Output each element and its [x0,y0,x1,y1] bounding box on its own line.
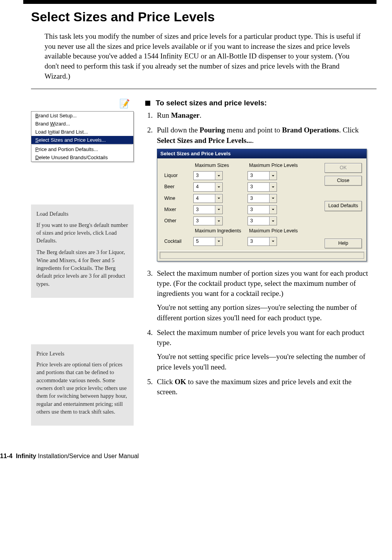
combo-mixer-sizes[interactable]: 3 [193,205,223,214]
steps-list: Run Manager. Pull down the Pouring menu … [155,110,373,397]
combo-cocktail-ingredients[interactable]: 5 [193,237,223,246]
combo-wine-levels[interactable]: 3 [248,194,277,203]
chevron-down-icon[interactable] [215,205,223,214]
chevron-down-icon[interactable] [215,182,223,191]
step-4-sub: You're not setting specific price levels… [157,352,373,372]
label-mixer: Mixer [164,206,193,213]
step-3: Select the maximum number of portion siz… [155,268,373,323]
col-head-ingredients: Maximum Ingredients [193,228,248,234]
combo-beer-levels[interactable]: 3 [248,182,277,191]
menu-item-delete-unused[interactable]: Delete Unused Brands/Cocktails [31,153,133,161]
step-5: Click OK to save the maximum sizes and p… [155,377,373,397]
step-1: Run Manager. [155,110,373,120]
col-head-levels: Maximum Price Levels [248,162,306,169]
intro-paragraph: This task lets you modify the number of … [45,31,365,81]
chevron-down-icon[interactable] [269,237,277,246]
row-beer: Beer 4 3 [164,182,319,191]
chevron-down-icon[interactable] [215,237,223,246]
menu-item-select-sizes-price-levels[interactable]: Select Sizes and Price Levels... [31,136,133,144]
col-head-levels-2: Maximum Price Levels [248,228,306,234]
sidebar-price-levels: Price Levels Price levels are optional t… [31,344,134,426]
chevron-down-icon[interactable] [269,171,277,180]
help-button[interactable]: Help [325,239,362,248]
step-2: Pull down the Pouring menu and point to … [155,125,373,261]
sidebar-title: Load Defaults [36,210,128,218]
label-cocktail: Cocktail [164,238,193,245]
row-cocktail: Cocktail 5 3 [164,237,319,246]
close-button[interactable]: Close [325,176,362,186]
chevron-down-icon[interactable] [215,216,223,225]
combo-cocktail-levels[interactable]: 3 [248,237,277,246]
menu-separator [32,144,132,145]
row-liquor: Liquor 3 3 [164,171,319,180]
combo-liquor-sizes[interactable]: 3 [193,171,223,180]
step-4: Select the maximum number of price level… [155,328,373,372]
chevron-down-icon[interactable] [269,205,277,214]
chevron-down-icon[interactable] [215,171,223,180]
row-wine: Wine 4 3 [164,194,319,203]
combo-wine-sizes[interactable]: 4 [193,194,223,203]
load-defaults-button[interactable]: Load Defaults [325,201,362,211]
combo-other-sizes[interactable]: 3 [193,216,223,225]
dialog-titlebar: Select Sizes and Price Levels [157,149,366,158]
label-other: Other [164,218,193,224]
chevron-down-icon[interactable] [269,216,277,225]
row-other: Other 3 3 [164,216,319,225]
combo-other-levels[interactable]: 3 [248,216,277,225]
dialog-statusbar [157,251,366,261]
label-liquor: Liquor [164,172,193,179]
page-title: Select Sizes and Price Levels [31,9,377,24]
ok-button[interactable]: OK [325,163,362,173]
label-wine: Wine [164,195,193,202]
menu-item-load-initial-brand-list[interactable]: Load Initial Brand List... [31,128,133,136]
page-footer: 11-4 Infinity Installation/Service and U… [0,453,377,460]
chevron-down-icon[interactable] [269,194,277,203]
label-beer: Beer [164,184,193,190]
combo-mixer-levels[interactable]: 3 [248,205,277,214]
sidebar-text: Price levels are optional tiers of price… [36,361,128,416]
menu-item-brand-wizard[interactable]: Brand Wizard... [31,120,133,128]
divider [31,89,377,89]
combo-beer-sizes[interactable]: 4 [193,182,223,191]
sidebar-text: If you want to use Berg's default number… [36,221,128,245]
menu-item-brand-list-setup[interactable]: Brand List Setup... [31,112,133,120]
dialog-select-sizes: Select Sizes and Price Levels Maximum Si… [157,149,367,261]
procedure-heading: To select sizes and price levels: [145,99,373,107]
chevron-down-icon[interactable] [269,182,277,191]
col-head-sizes: Maximum Sizes [193,162,248,169]
top-black-bar [23,0,377,4]
sidebar-load-defaults: Load Defaults If you want to use Berg's … [31,204,134,298]
dropdown-menu-screenshot: Brand List Setup... Brand Wizard... Load… [31,111,134,162]
chevron-down-icon[interactable] [215,194,223,203]
note-icon: 📝 [31,99,134,109]
sidebar-text: The Berg default sizes are 3 for Liquor,… [36,248,128,287]
sidebar-title: Price Levels [36,350,128,357]
row-mixer: Mixer 3 3 [164,205,319,214]
step-3-sub: You're not setting any portion sizes—you… [157,302,373,323]
combo-liquor-levels[interactable]: 3 [248,171,277,180]
bullet-square-icon [145,101,150,106]
menu-item-price-portion-defaults[interactable]: Price and Portion Defaults... [31,145,133,153]
